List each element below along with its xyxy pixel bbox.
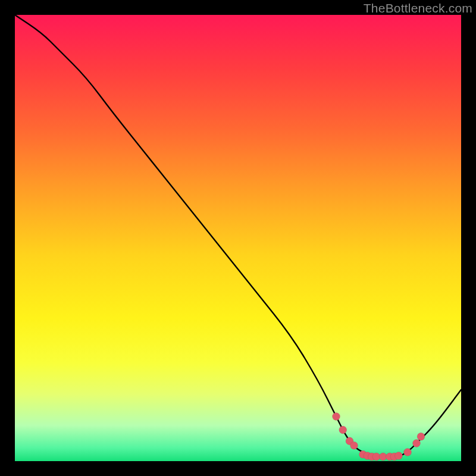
watermark-text: TheBottleneck.com [364,1,472,15]
svg-point-6 [368,453,376,461]
svg-point-14 [417,433,425,440]
svg-point-10 [390,453,398,461]
curve-svg [15,15,461,461]
svg-point-8 [379,453,387,461]
chart-container: TheBottleneck.com [0,0,476,476]
svg-point-12 [404,449,412,456]
svg-point-11 [395,452,403,460]
svg-point-0 [333,413,340,421]
plot-area [15,15,461,461]
svg-point-2 [346,437,353,445]
svg-point-4 [359,450,367,458]
svg-point-1 [339,426,347,434]
highlight-dots [333,413,425,461]
svg-point-13 [413,440,421,447]
svg-point-3 [350,441,358,449]
svg-point-5 [364,452,371,460]
svg-point-7 [372,453,380,461]
bottleneck-curve [15,15,461,457]
svg-point-9 [386,453,394,461]
